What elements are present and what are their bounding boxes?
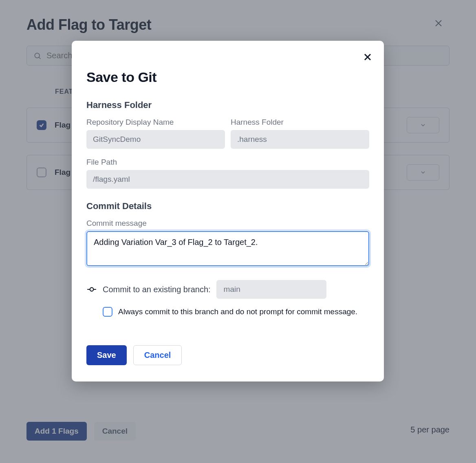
- file-path-label: File Path: [86, 158, 369, 167]
- branch-label: Commit to an existing branch:: [103, 285, 211, 294]
- commit-details-heading: Commit Details: [86, 201, 369, 212]
- branch-input[interactable]: [216, 280, 326, 299]
- file-path-input[interactable]: [86, 170, 369, 189]
- always-commit-checkbox[interactable]: [103, 307, 112, 317]
- commit-message-input[interactable]: [86, 231, 369, 266]
- harness-folder-heading: Harness Folder: [86, 100, 369, 110]
- save-button[interactable]: Save: [86, 345, 127, 365]
- close-icon: [363, 52, 372, 62]
- svg-point-1: [90, 288, 94, 291]
- commit-icon: [86, 284, 97, 295]
- harness-folder-label: Harness Folder: [231, 118, 369, 127]
- always-commit-label: Always commit to this branch and do not …: [118, 307, 357, 316]
- commit-message-label: Commit message: [86, 219, 369, 228]
- modal-title: Save to Git: [86, 69, 369, 85]
- cancel-button[interactable]: Cancel: [133, 345, 182, 365]
- repo-name-input[interactable]: [86, 130, 225, 149]
- save-to-git-modal: Save to Git Harness Folder Repository Di…: [72, 41, 384, 381]
- close-modal-button[interactable]: [363, 52, 372, 64]
- harness-folder-input[interactable]: [231, 130, 369, 149]
- repo-name-label: Repository Display Name: [86, 118, 225, 127]
